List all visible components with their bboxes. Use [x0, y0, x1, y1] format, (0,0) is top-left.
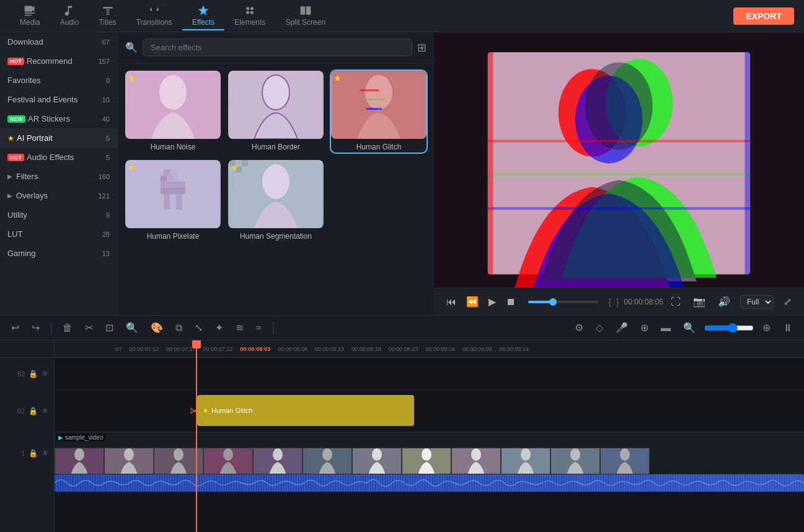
human-glitch-block[interactable]: ★ Human Glitch: [197, 395, 414, 426]
svg-rect-35: [161, 182, 185, 188]
effect-card-human-pixelate[interactable]: ★ Human Pixelate: [125, 160, 221, 242]
marker-button[interactable]: ◇: [592, 319, 607, 336]
svg-rect-13: [300, 6, 305, 14]
nav-titles[interactable]: Titles: [89, 2, 126, 30]
sidebar-item-lut[interactable]: LUT 28: [0, 224, 117, 244]
svg-point-63: [422, 448, 431, 461]
effect-thumbnail-human-pixelate: ★: [125, 160, 221, 228]
video-thumb-5: [253, 448, 303, 475]
volume-button[interactable]: 🔊: [715, 293, 733, 310]
zoom-clip-button[interactable]: 🔍: [122, 319, 142, 336]
nav-effects[interactable]: Effects: [182, 2, 224, 30]
undo-button[interactable]: ↩: [7, 319, 23, 336]
lock-icon-1[interactable]: 🔒: [29, 449, 38, 458]
timeline-right-controls: ⚙ ◇ 🎤 ⊕ ▬ 🔍 ⊕ ⏸: [571, 319, 797, 336]
effect-card-human-segmentation[interactable]: ★ Human Segmentation: [228, 160, 324, 242]
transform-button[interactable]: ⧉: [172, 320, 186, 336]
skip-back-button[interactable]: ⏮: [444, 294, 459, 310]
sidebar-item-recommend[interactable]: HOT Recommend 157: [0, 51, 117, 71]
toolbar-divider-2: [273, 322, 273, 334]
svg-rect-41: [242, 160, 248, 166]
lock-icon-b2[interactable]: 🔒: [29, 407, 38, 415]
brackets-out[interactable]: }: [616, 297, 619, 307]
effect-name-human-pixelate: Human Pixelate: [125, 231, 221, 242]
color-button[interactable]: 🎨: [147, 319, 167, 336]
pause-timeline-button[interactable]: ⏸: [779, 320, 797, 336]
track-b2-content: ★ Human Glitch ✂: [55, 390, 804, 432]
svg-rect-31: [170, 169, 176, 175]
nav-elements[interactable]: Elements: [224, 2, 275, 30]
svg-rect-38: [176, 194, 182, 210]
track-label-b3: B3 🔒 👁: [0, 358, 55, 390]
zoom-in-button[interactable]: ⊕: [759, 319, 774, 336]
effect-card-human-noise[interactable]: ★ Human Noise: [125, 71, 221, 153]
quality-select[interactable]: Full 1/2 1/4: [740, 295, 774, 309]
snapshot-button[interactable]: 📷: [691, 293, 708, 310]
sidebar-item-audio-effects[interactable]: HOT Audio Effects 5: [0, 148, 117, 167]
progress-bar[interactable]: [528, 301, 598, 303]
nav-split-screen[interactable]: Split Screen: [275, 2, 335, 30]
grid-view-button[interactable]: ⊞: [417, 41, 426, 55]
video-thumb-7: [352, 448, 402, 475]
fullscreen-button[interactable]: ⛶: [668, 294, 683, 310]
sidebar-item-overlays[interactable]: ▶ Overlays 121: [0, 186, 117, 205]
preview-canvas: [434, 32, 804, 288]
svg-rect-34: [173, 175, 179, 182]
track-button[interactable]: ⊕: [637, 319, 652, 336]
sidebar-item-gaming[interactable]: Gaming 13: [0, 244, 117, 263]
play-button[interactable]: ▶: [486, 293, 498, 310]
cut-button[interactable]: ✂: [81, 319, 97, 336]
zoom-out-button[interactable]: 🔍: [679, 319, 699, 336]
toolbar-divider-1: [51, 322, 51, 334]
sidebar-item-utility[interactable]: Utility 9: [0, 205, 117, 224]
sidebar-label-festival: Festival and Events: [7, 95, 77, 104]
crop-button[interactable]: ⊡: [102, 319, 117, 336]
expand-button[interactable]: ⤢: [781, 293, 794, 310]
sidebar-label-recommend: Recommend: [27, 56, 73, 66]
effect-card-human-border[interactable]: Human Border: [228, 71, 324, 153]
settings-button[interactable]: ⚙: [571, 319, 587, 336]
sidebar-item-ar-stickers[interactable]: NEW AR Stickers 40: [0, 109, 117, 128]
zoom-slider[interactable]: [704, 323, 754, 333]
search-input[interactable]: [143, 38, 412, 56]
audio-adj-button[interactable]: ≋: [232, 319, 247, 336]
effect-block-crown: ★: [202, 406, 209, 415]
sidebar-item-ai-portrait[interactable]: ★ AI Portrait 5: [0, 128, 117, 148]
svg-rect-37: [164, 194, 170, 210]
delete-button[interactable]: 🗑: [59, 320, 76, 336]
svg-point-25: [365, 75, 392, 110]
eye-icon-b3[interactable]: 👁: [42, 370, 49, 378]
lock-icon-b3[interactable]: 🔒: [29, 370, 38, 378]
fit-button[interactable]: ⤡: [191, 319, 206, 336]
svg-rect-5: [106, 9, 109, 11]
sidebar-item-filters[interactable]: ▶ Filters 160: [0, 167, 117, 186]
svg-rect-33: [167, 175, 173, 182]
sidebar-item-download[interactable]: Download 67: [0, 32, 117, 51]
svg-point-43: [262, 164, 289, 199]
svg-rect-53: [488, 207, 750, 210]
caption-button[interactable]: ▬: [657, 320, 674, 336]
effect-card-human-glitch[interactable]: ★ Human Glitch: [331, 71, 426, 153]
stop-button[interactable]: ⏹: [503, 294, 518, 310]
redo-button[interactable]: ↪: [28, 319, 43, 336]
sidebar-item-favorites[interactable]: Favorites 0: [0, 71, 117, 90]
magic-button[interactable]: ✦: [211, 319, 227, 336]
eye-icon-1[interactable]: 👁: [42, 449, 49, 458]
video-thumb-2: [104, 448, 154, 475]
nav-transitions[interactable]: Transitions: [126, 2, 182, 30]
mic-button[interactable]: 🎤: [612, 319, 632, 336]
expand-icon-overlays: ▶: [7, 192, 12, 199]
ruler-mark-0: :07: [110, 346, 126, 352]
nav-audio[interactable]: Audio: [50, 2, 89, 30]
sidebar-label-filters: Filters: [16, 172, 38, 181]
sidebar-item-festival[interactable]: Festival and Events 10: [0, 90, 117, 109]
svg-rect-26: [360, 89, 379, 91]
nav-media[interactable]: Media: [10, 2, 50, 30]
brackets-in[interactable]: {: [608, 297, 611, 307]
sidebar-label-lut: LUT: [7, 229, 23, 239]
frame-back-button[interactable]: ⏪: [464, 293, 481, 310]
svg-rect-55: [744, 52, 750, 274]
wave-button[interactable]: ≈: [252, 320, 265, 336]
eye-icon-b2[interactable]: 👁: [42, 407, 49, 415]
export-button[interactable]: EXPORT: [733, 7, 794, 25]
